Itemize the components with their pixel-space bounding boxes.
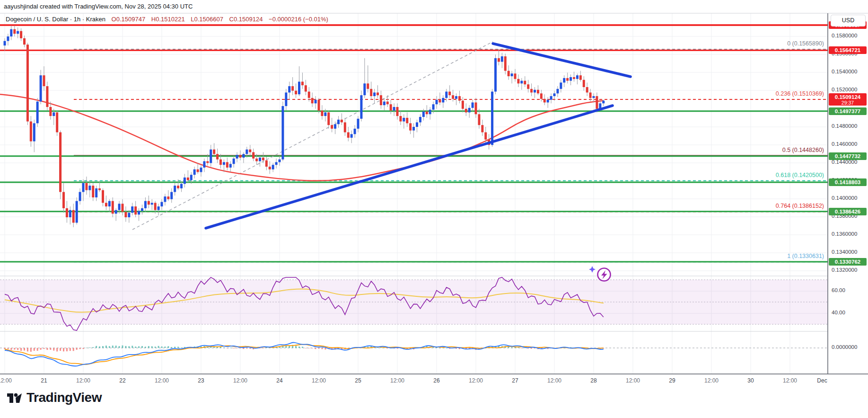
price-axis-label: 0.1540000 xyxy=(832,69,857,74)
support-price-pill: 0.1497377 xyxy=(829,107,867,115)
time-axis-label: 24 xyxy=(276,377,282,384)
price-axis-label: 0.1340000 xyxy=(832,249,857,255)
current-price-pill: 0.150912429:37 xyxy=(829,93,867,106)
time-axis-label: 30 xyxy=(747,377,754,384)
support-price-pill: 0.1447732 xyxy=(829,152,867,160)
ohlc-change: −0.0000216 (−0.01%) xyxy=(269,16,328,23)
time-axis-label: 12:00 xyxy=(390,377,404,384)
time-axis-label: Dec xyxy=(817,377,827,384)
fib-label-0.236: 0.236 (0.1510369) xyxy=(776,90,824,97)
time-axis-label: 12:00 xyxy=(547,377,561,384)
rsi-axis-label: 60.00 xyxy=(832,287,845,293)
time-axis-label: 12:00 xyxy=(0,377,12,384)
support-price-pill: 0.1330762 xyxy=(829,258,867,266)
resistance-price-pill: 0.1564721 xyxy=(829,46,867,54)
price-axis-label: 0.1520000 xyxy=(832,87,857,92)
time-axis-label: 12:00 xyxy=(233,377,247,384)
time-axis-label: 12:00 xyxy=(626,377,640,384)
price-axis-label: 0.1480000 xyxy=(832,123,857,129)
time-axis-label: 29 xyxy=(669,377,675,384)
symbol-title: Dogecoin / U. S. Dollar · 1h · Kraken xyxy=(6,16,105,23)
time-axis-label: 22 xyxy=(119,377,125,384)
ohlc-close: C0.1509124 xyxy=(229,16,263,23)
time-axis-label: 21 xyxy=(41,377,47,384)
chart-legend[interactable]: Dogecoin / U. S. Dollar · 1h · Kraken O0… xyxy=(6,16,328,23)
time-axis-label: 26 xyxy=(433,377,439,384)
fib-label-0.618: 0.618 (0.1420500) xyxy=(776,172,824,178)
fib-label-0.5: 0.5 (0.1448260) xyxy=(782,147,824,153)
time-axis-label: 12:00 xyxy=(783,377,797,384)
time-axis-label: 28 xyxy=(590,377,596,384)
ohlc-open: O0.1509747 xyxy=(112,16,146,23)
time-axis-label: 23 xyxy=(198,377,204,384)
tradingview-chart-page: aayushjindal created with TradingView.co… xyxy=(0,0,868,418)
tradingview-logo[interactable]: TradingView xyxy=(6,389,102,406)
price-axis-label: 0.1360000 xyxy=(832,231,857,237)
tradingview-logo-mark xyxy=(6,389,23,406)
time-axis-label: 12:00 xyxy=(469,377,483,384)
moving-average-line xyxy=(0,94,604,181)
time-axis-label: 12:00 xyxy=(155,377,169,384)
price-axis-label: 0.1320000 xyxy=(832,267,857,273)
rsi-axis-label: 40.00 xyxy=(832,310,845,315)
price-axis-label: 0.1440000 xyxy=(832,159,857,165)
sparkle-icon xyxy=(589,266,596,273)
dashed-trendline xyxy=(132,42,493,230)
fib-label-0.764: 0.764 (0.1386152) xyxy=(776,203,824,209)
technicals-lightning-icon[interactable] xyxy=(587,264,614,285)
chart-canvas[interactable] xyxy=(0,0,868,418)
fib-label-0: 0 (0.1565890) xyxy=(787,40,824,47)
support-price-pill: 0.1386426 xyxy=(829,208,867,215)
time-axis-label: 25 xyxy=(355,377,361,384)
price-axis-label: 0.1460000 xyxy=(832,141,857,147)
price-axis-label: 0.1580000 xyxy=(832,33,857,38)
descending-trendline xyxy=(493,44,631,77)
price-axis-label: 0.1400000 xyxy=(832,195,857,201)
time-axis-label: 12:00 xyxy=(76,377,90,384)
macd-axis-label: 0.0000000 xyxy=(832,344,857,350)
ascending-trendline xyxy=(206,106,613,228)
tradingview-logo-text: TradingView xyxy=(26,390,102,405)
support-price-pill: 0.1418803 xyxy=(829,178,867,186)
currency-usd-button[interactable]: USD xyxy=(831,15,866,27)
fib-label-1: 1 (0.1330631) xyxy=(787,253,824,259)
time-axis-label: 12:00 xyxy=(312,377,326,384)
time-axis-label: 27 xyxy=(512,377,518,384)
ohlc-high: H0.1510221 xyxy=(151,16,185,23)
time-axis-label: 12:00 xyxy=(704,377,719,384)
ohlc-low: L0.1506607 xyxy=(191,16,223,23)
